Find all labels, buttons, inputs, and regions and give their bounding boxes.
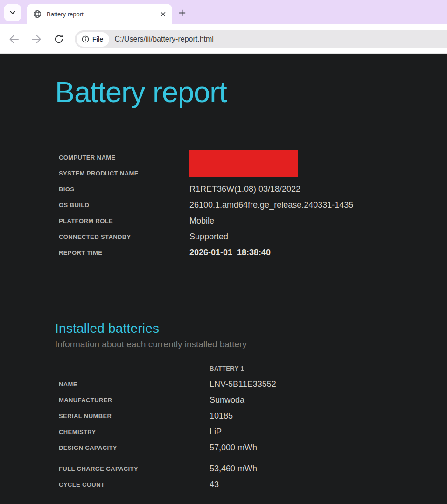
row-label: COMPUTER NAME [59, 154, 189, 161]
battery-column-header: BATTERY 1 [210, 365, 244, 372]
row-label: OS BUILD [59, 202, 189, 209]
globe-icon [33, 10, 42, 18]
row-value: 2026-01-01 18:38:40 [189, 248, 271, 258]
row-spacer [59, 455, 276, 461]
page-title: Battery report [55, 72, 227, 112]
row-label: CONNECTED STANDBY [59, 233, 189, 240]
plus-icon [179, 9, 186, 16]
section-subtitle: Information about each currently install… [55, 339, 247, 350]
back-arrow-icon [8, 34, 20, 45]
row-label: MANUFACTURER [59, 397, 210, 404]
table-row: REPORT TIME 2026-01-01 18:38:40 [59, 245, 353, 260]
row-value: Sunwoda [210, 395, 244, 405]
battery-report-page: Battery report COMPUTER NAME SYSTEM PROD… [0, 54, 447, 504]
table-row: CONNECTED STANDBY Supported [59, 229, 353, 245]
table-row: FULL CHARGE CAPACITY 53,460 mWh [59, 461, 276, 476]
chevron-down-icon [10, 11, 15, 14]
table-row: BIOS R1RET36W(1.08) 03/18/2022 [59, 181, 353, 197]
row-value: 26100.1.amd64fre.ge_release.240331-1435 [189, 200, 353, 210]
table-row: OS BUILD 26100.1.amd64fre.ge_release.240… [59, 197, 353, 213]
url-text: C:/Users/iii/battery-report.html [114, 35, 214, 43]
row-label: NAME [59, 381, 210, 388]
row-value: R1RET36W(1.08) 03/18/2022 [189, 184, 300, 194]
table-row: CHEMISTRY LiP [59, 424, 276, 440]
tab-close-icon[interactable] [158, 9, 168, 19]
tab-battery-report[interactable]: Battery report [27, 4, 172, 24]
row-label: FULL CHARGE CAPACITY [59, 465, 210, 472]
row-value: 53,460 mWh [210, 464, 257, 474]
row-label: CHEMISTRY [59, 428, 210, 435]
row-label: SERIAL NUMBER [59, 413, 210, 420]
table-row: CYCLE COUNT 43 [59, 476, 276, 492]
row-label: DESIGN CAPACITY [59, 444, 210, 451]
site-info-chip[interactable]: File [77, 32, 109, 47]
table-row: MANUFACTURER Sunwoda [59, 392, 276, 408]
tab-title: Battery report [47, 11, 158, 18]
row-label: BIOS [59, 186, 189, 193]
tab-search-button[interactable] [4, 4, 21, 21]
battery-info-table: BATTERY 1 NAME LNV-5B11E33552 MANUFACTUR… [59, 360, 276, 492]
redacted-value-overlay [189, 150, 298, 177]
row-label: SYSTEM PRODUCT NAME [59, 170, 189, 177]
row-label: PLATFORM ROLE [59, 217, 189, 224]
browser-chrome: Battery report [0, 0, 447, 54]
forward-button[interactable] [31, 34, 42, 45]
row-label: REPORT TIME [59, 249, 189, 256]
row-value: 57,000 mWh [210, 443, 257, 453]
row-value: 43 [210, 480, 219, 490]
row-value: Mobile [189, 216, 214, 226]
browser-toolbar: File C:/Users/iii/battery-report.html [0, 24, 447, 54]
system-info-table: COMPUTER NAME SYSTEM PRODUCT NAME BIOS R… [59, 149, 353, 260]
table-header-row: BATTERY 1 [59, 360, 276, 376]
reload-icon [53, 34, 64, 45]
forward-arrow-icon [31, 34, 42, 45]
address-bar[interactable]: File C:/Users/iii/battery-report.html [75, 30, 447, 48]
tab-strip: Battery report [0, 0, 447, 24]
table-row: SERIAL NUMBER 10185 [59, 408, 276, 424]
back-button[interactable] [8, 34, 20, 45]
row-value: Supported [189, 232, 228, 242]
table-row: PLATFORM ROLE Mobile [59, 213, 353, 229]
table-row: DESIGN CAPACITY 57,000 mWh [59, 440, 276, 455]
new-tab-button[interactable] [176, 7, 188, 19]
info-icon [82, 35, 89, 43]
row-value: 10185 [210, 411, 233, 421]
row-value: LiP [210, 427, 222, 437]
reload-button[interactable] [53, 34, 64, 45]
section-heading-installed-batteries: Installed batteries [55, 321, 159, 336]
row-value: LNV-5B11E33552 [210, 379, 276, 389]
table-row: NAME LNV-5B11E33552 [59, 376, 276, 392]
row-label: CYCLE COUNT [59, 481, 210, 488]
file-badge-label: File [92, 35, 103, 43]
